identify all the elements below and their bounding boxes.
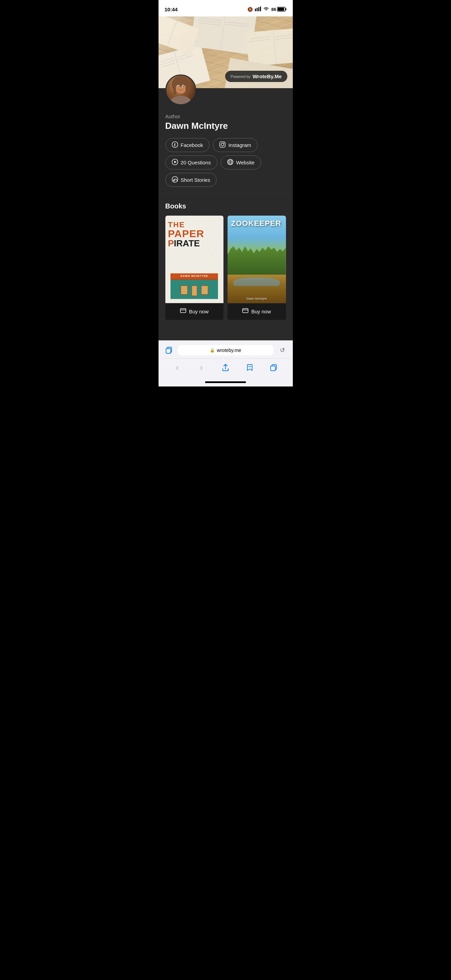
instagram-button[interactable]: Instagram xyxy=(213,138,257,152)
reload-button[interactable]: ↺ xyxy=(277,345,288,356)
status-icons: 🔕 86 xyxy=(248,6,286,12)
facebook-button[interactable]: f Facebook xyxy=(165,138,210,152)
svg-rect-6 xyxy=(278,8,284,11)
browser-nav: ‹ › xyxy=(159,358,293,379)
profile-section: Author Dawn McIntyre f Facebook Instagra… xyxy=(159,88,293,194)
svg-rect-43 xyxy=(220,142,225,147)
svg-point-53 xyxy=(172,177,178,183)
instagram-label: Instagram xyxy=(228,142,251,148)
svg-rect-1 xyxy=(257,8,257,11)
facebook-label: Facebook xyxy=(181,142,203,148)
book-item-zookeeper: ZOOKEEPER Dawn McIntyre Buy now xyxy=(227,216,286,320)
signal-icon xyxy=(255,6,261,12)
pp-title-the: THE xyxy=(168,221,221,229)
20questions-label: 20 Questions xyxy=(181,159,211,165)
website-button[interactable]: Website xyxy=(221,156,261,170)
buy-label-paper-pirate: Buy now xyxy=(189,309,209,314)
buy-icon-zookeeper xyxy=(242,308,248,315)
buy-icon-paper-pirate xyxy=(180,308,186,315)
back-icon: ‹ xyxy=(176,362,179,373)
forward-button[interactable]: › xyxy=(194,361,209,374)
books-grid: THE PAPER PIRATE DAWN MCINTYRE xyxy=(165,216,286,320)
svg-rect-0 xyxy=(255,8,256,11)
svg-point-40 xyxy=(170,96,191,104)
reload-icon: ↺ xyxy=(280,347,285,354)
svg-rect-55 xyxy=(180,309,186,313)
pp-windows xyxy=(178,285,211,299)
facebook-icon: f xyxy=(172,142,178,149)
back-button[interactable]: ‹ xyxy=(170,361,185,374)
website-label: Website xyxy=(236,159,254,165)
svg-point-54 xyxy=(173,180,174,181)
book-cover-zookeeper: ZOOKEEPER Dawn McIntyre xyxy=(227,216,286,303)
zk-landscape: Dawn McIntyre xyxy=(227,247,286,303)
pp-window-right xyxy=(201,285,208,295)
svg-rect-34 xyxy=(173,83,176,95)
pp-title-paper: PAPER xyxy=(168,229,221,239)
zk-ground xyxy=(227,286,286,303)
book-item-paper-pirate: THE PAPER PIRATE DAWN MCINTYRE xyxy=(165,216,224,320)
globe-icon xyxy=(227,159,233,166)
browser-address-bar[interactable]: 🔒 wroteby.me ↺ xyxy=(159,340,293,358)
browser-tabs-button[interactable] xyxy=(163,345,174,356)
wifi-icon xyxy=(263,6,269,12)
pp-shop-illustration: DAWN MCINTYRE xyxy=(168,274,221,299)
buy-now-paper-pirate[interactable]: Buy now xyxy=(165,303,224,320)
share-button[interactable] xyxy=(218,361,233,374)
pp-roof xyxy=(170,278,218,280)
svg-point-39 xyxy=(183,86,183,87)
author-name: Dawn McIntyre xyxy=(165,121,286,131)
avatar-image xyxy=(167,75,195,104)
battery-icon: 86 xyxy=(271,7,286,12)
instagram-icon xyxy=(219,142,226,149)
home-indicator xyxy=(159,379,293,387)
pp-title-pirate: PIRATE xyxy=(168,239,221,248)
status-bar: 10:44 🔕 86 xyxy=(159,0,293,16)
zk-author-label: Dawn McIntyre xyxy=(227,297,286,301)
bookmarks-button[interactable] xyxy=(242,361,257,374)
svg-text:f: f xyxy=(174,142,176,147)
svg-rect-3 xyxy=(260,6,261,11)
address-bar[interactable]: 🔒 wroteby.me xyxy=(178,345,274,355)
book-cover-paper-pirate: THE PAPER PIRATE DAWN MCINTYRE xyxy=(165,216,224,303)
pp-author-strip: DAWN MCINTYRE xyxy=(170,274,218,278)
buy-label-zookeeper: Buy now xyxy=(251,309,271,314)
svg-rect-2 xyxy=(258,7,259,11)
pp-window-left xyxy=(180,285,188,295)
svg-rect-59 xyxy=(166,348,171,353)
svg-point-44 xyxy=(221,143,224,146)
url-text: wroteby.me xyxy=(217,347,241,353)
tabs-button[interactable] xyxy=(266,361,281,374)
play-icon xyxy=(172,159,178,166)
svg-rect-5 xyxy=(285,8,286,10)
lock-icon: 🔒 xyxy=(210,348,215,353)
books-section-title: Books xyxy=(165,202,286,210)
zk-title: ZOOKEEPER xyxy=(231,219,283,228)
page-filler xyxy=(159,327,293,340)
rss-icon xyxy=(172,176,178,183)
pp-door xyxy=(191,285,197,296)
svg-marker-47 xyxy=(174,161,177,163)
20questions-button[interactable]: 20 Questions xyxy=(165,156,217,170)
social-links: f Facebook Instagram 20 Q xyxy=(165,138,286,187)
books-section: Books THE PAPER PIRATE DAWN MCINTYRE xyxy=(159,194,293,327)
svg-rect-57 xyxy=(243,309,248,313)
buy-now-zookeeper[interactable]: Buy now xyxy=(227,303,286,320)
avatar xyxy=(165,75,196,105)
svg-rect-60 xyxy=(271,366,275,371)
author-role-label: Author xyxy=(165,113,286,119)
forward-icon: › xyxy=(200,362,203,373)
mute-icon: 🔕 xyxy=(248,7,253,12)
home-bar xyxy=(205,381,246,383)
pp-building xyxy=(170,278,218,299)
status-time: 10:44 xyxy=(165,6,178,12)
svg-point-38 xyxy=(178,86,179,87)
zk-trees xyxy=(227,247,286,275)
svg-point-45 xyxy=(224,143,224,143)
shortstories-label: Short Stories xyxy=(181,177,210,183)
svg-rect-35 xyxy=(186,83,188,95)
shortstories-button[interactable]: Short Stories xyxy=(165,173,217,187)
svg-rect-21 xyxy=(246,28,292,67)
avatar-wrapper xyxy=(165,75,286,105)
